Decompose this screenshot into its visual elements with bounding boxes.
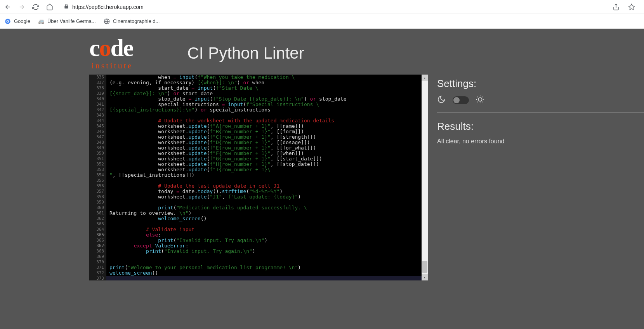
code-line[interactable]: start_date = input(f"Start Date \ [109,85,422,91]
back-button[interactable] [3,2,12,12]
line-number: 373 [89,276,104,280]
line-number-gutter: 3363373383393403413423433443453463473483… [89,75,106,280]
logo-subtitle: institute [92,61,133,71]
lock-icon [64,3,69,10]
scrollbar-thumb[interactable] [422,261,427,273]
scroll-up-button[interactable]: ▴ [422,75,428,81]
line-number: 356 [89,183,104,189]
theme-toggle[interactable] [453,96,469,104]
code-line[interactable]: # Update the worksheet with the updated … [109,118,422,124]
code-line[interactable]: [{special_instructions}]:\n") or special… [109,107,422,113]
logo-main: code [89,36,133,60]
code-line[interactable]: today = date.today().strftime("%d-%m-%Y"… [109,189,422,194]
moon-icon [437,95,446,105]
code-line[interactable]: worksheet.update(f"H{row_number + 1}", [… [109,162,422,167]
line-number: 364 [89,227,104,232]
code-line[interactable]: Returning to overview. \n") [109,211,422,216]
line-number: 350 [89,151,104,156]
code-line[interactable]: print("Welcome to your personal medicati… [109,265,422,270]
line-number: 369 [89,254,104,259]
line-number: 358 [89,194,104,200]
line-number: 338 [89,85,104,91]
forward-button[interactable] [17,2,26,12]
svg-text:G: G [6,19,9,23]
code-line[interactable]: # Validate input [109,227,422,232]
sun-icon [476,95,484,105]
bookmarks-bar: G Google 🚐 Über Vanlife Germa... Cinemat… [0,14,644,29]
van-favicon-icon: 🚐 [38,18,44,24]
code-line[interactable]: # Update the last update date in cell J1 [109,183,422,189]
results-text: All clear, no errors found [437,138,644,145]
share-button[interactable] [611,2,621,12]
code-line[interactable]: worksheet.update(f"F{row_number + 1}", [… [109,151,422,156]
code-line[interactable]: [{start_date}]: \n") or start_date [109,91,422,96]
line-number: 336 [89,75,104,80]
google-favicon-icon: G [5,18,11,24]
globe-favicon-icon [104,18,110,24]
line-number: 337 [89,80,104,85]
code-line[interactable]: worksheet.update(f"I{row_number + 1}\ [109,167,422,172]
line-number: 353 [89,167,104,172]
line-number: 370 [89,259,104,265]
editor-scrollbar[interactable]: ▴ ▾ [422,75,428,280]
code-line[interactable]: ", [[special_instructions]]) [109,172,422,178]
line-number: 351 [89,156,104,162]
line-number: 341 [89,102,104,107]
code-line[interactable]: worksheet.update(f"B{row_number + 1}", [… [109,129,422,134]
line-number: 355 [89,178,104,183]
code-line[interactable] [109,259,422,265]
svg-point-4 [478,97,482,101]
home-button[interactable] [45,2,54,12]
reload-button[interactable] [31,2,40,12]
sidebar: Settings: Results: All clear, no errors … [437,75,644,329]
scroll-down-button[interactable]: ▾ [422,274,428,280]
code-line[interactable]: except ValueError: [109,243,422,249]
code-line[interactable]: welcome_screen() [109,270,422,276]
code-line[interactable]: welcome_screen() [109,216,422,221]
bookmark-star-button[interactable] [627,2,636,12]
main-content: 3363373383393403413423433443453463473483… [0,75,644,329]
bookmark-google[interactable]: G Google [5,18,30,24]
line-number: 342 [89,107,104,113]
line-number: 352 [89,162,104,167]
line-number: 348 [89,140,104,145]
bookmark-cinematographie[interactable]: Cinematographie d... [104,18,160,24]
bookmark-label: Google [14,18,30,24]
code-line[interactable]: worksheet.update(f"E{row_number + 1}", [… [109,145,422,151]
line-number: 363 [89,221,104,227]
line-number: 371 [89,265,104,270]
url-text: https://pep8ci.herokuapp.com [72,4,144,10]
code-line[interactable] [109,178,422,183]
code-area[interactable]: when = input(f"When you take the medicat… [106,75,422,280]
line-number: 372 [89,270,104,276]
line-number: 366 [89,238,104,243]
code-line[interactable]: worksheet.update(f"D{row_number + 1}", [… [109,140,422,145]
toggle-knob [453,97,460,103]
code-line[interactable] [109,200,422,205]
code-line[interactable]: (e.g. evening, if necessary) [{when}]: \… [109,80,422,85]
code-line[interactable]: worksheet.update(f"C{row_number + 1}", [… [109,134,422,140]
code-line[interactable]: worksheet.update(f"G{row_number + 1}", [… [109,156,422,162]
code-line[interactable]: print("Medication details updated succes… [109,205,422,211]
bookmark-label: Cinematographie d... [113,18,160,24]
line-number: 362 [89,216,104,221]
code-line[interactable]: print("Invalid input. Try again.\n") [109,238,422,243]
page-body: code institute CI Python Linter 33633733… [0,29,644,329]
code-line[interactable]: print("Invalid input. Try again.\n") [109,249,422,254]
code-line[interactable]: special_instructions = input(f"Special i… [109,102,422,107]
theme-settings-row [437,95,644,113]
code-line[interactable]: stop_date = input(f"Stop Date [{stop_dat… [109,96,422,102]
code-line[interactable]: worksheet.update(f"A{row_number + 1}", [… [109,124,422,129]
bookmark-vanlife[interactable]: 🚐 Über Vanlife Germa... [38,18,96,24]
line-number: 354 [89,172,104,178]
code-line[interactable] [109,113,422,118]
code-line[interactable] [109,254,422,259]
code-line[interactable] [109,221,422,227]
code-line[interactable]: worksheet.update("J1", f"Last update: {t… [109,194,422,200]
code-line[interactable]: when = input(f"When you take the medicat… [109,75,422,80]
line-number: 360 [89,205,104,211]
address-bar[interactable]: https://pep8ci.herokuapp.com [59,3,607,10]
results-heading: Results: [437,120,644,132]
code-editor[interactable]: 3363373383393403413423433443453463473483… [89,75,428,280]
code-line[interactable]: else: [109,232,422,238]
